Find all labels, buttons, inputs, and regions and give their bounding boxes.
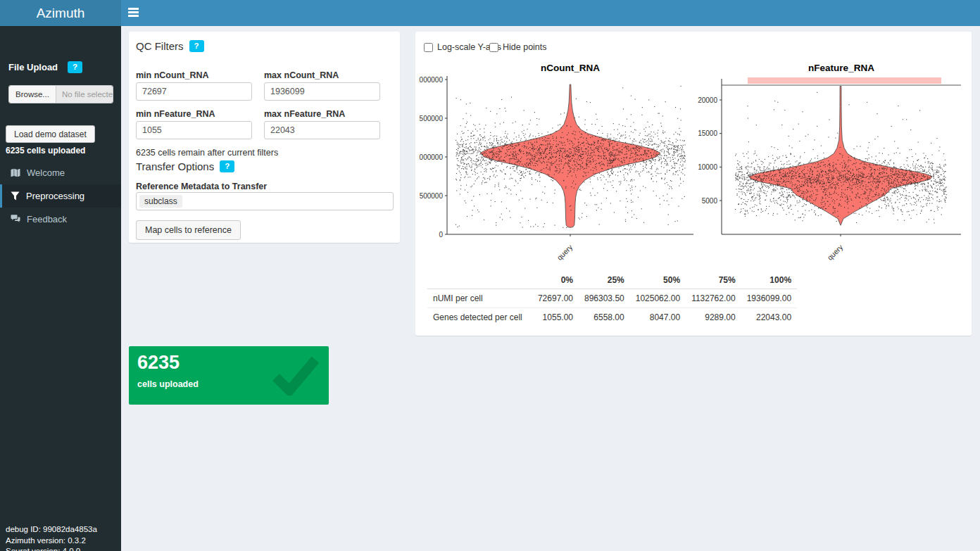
svg-text:query: query — [555, 242, 574, 262]
table-row-numi: nUMI per cell 72697.00 896303.50 1025062… — [427, 289, 797, 308]
file-upload-help-icon[interactable]: ? — [68, 61, 82, 73]
qc-filters-title: QC Filters — [136, 40, 184, 52]
min-nfeature-input[interactable] — [136, 121, 252, 139]
azimuth-version-text: Azimuth version: 0.3.2 — [6, 536, 97, 547]
sidebar-item-label: Feedback — [27, 214, 67, 224]
metadata-token[interactable]: subclass — [139, 195, 182, 208]
sidebar-item-label: Preprocessing — [26, 191, 84, 201]
hide-points-checkbox-row[interactable]: Hide points — [489, 42, 547, 52]
svg-text:15000: 15000 — [698, 129, 717, 137]
comments-icon — [11, 215, 20, 224]
quantile-table: 0% 25% 50% 75% 100% nUMI per cell 72697.… — [427, 272, 797, 327]
upload-status-text: 6235 cells uploaded — [6, 146, 85, 156]
debug-id-text: debug ID: 99082da4853a — [6, 524, 97, 536]
sidebar-item-label: Welcome — [27, 167, 65, 178]
browse-button[interactable]: Browse... — [9, 86, 56, 103]
sidebar-menu: Welcome Preprocessing Feedback — [0, 161, 121, 231]
top-header: Azimuth — [0, 0, 980, 26]
violin-plot-nfeature: 5000100001500020000nFeature_RNAquery — [697, 60, 975, 267]
sidebar-footer: debug ID: 99082da4853a Azimuth version: … — [6, 524, 97, 551]
transfer-options-help-icon[interactable]: ? — [220, 160, 234, 172]
qtable-header-75: 75% — [686, 272, 741, 289]
min-ncount-input[interactable] — [136, 82, 252, 101]
max-ncount-label: max nCount_RNA — [264, 70, 339, 80]
svg-text:500000: 500000 — [420, 192, 444, 200]
metadata-transfer-select[interactable]: subclass — [136, 192, 394, 210]
svg-text:nCount_RNA: nCount_RNA — [541, 63, 600, 73]
svg-text:query: query — [825, 242, 845, 262]
hide-points-label: Hide points — [503, 42, 547, 52]
max-nfeature-label: max nFeature_RNA — [264, 109, 345, 119]
table-row-genes: Genes detected per cell 1055.00 6558.00 … — [427, 308, 797, 327]
svg-text:nFeature_RNA: nFeature_RNA — [808, 63, 874, 73]
file-input[interactable]: Browse... No file selected — [8, 85, 113, 103]
cells-uploaded-valuebox: 6235 cells uploaded — [129, 346, 329, 405]
valuebox-label: cells uploaded — [137, 379, 199, 389]
svg-text:2000000: 2000000 — [419, 76, 443, 84]
qc-filters-panel: QC Filters ? min nCount_RNA max nCount_R… — [129, 32, 400, 243]
qtable-header-25: 25% — [579, 272, 630, 289]
load-demo-dataset-button[interactable]: Load demo dataset — [6, 125, 95, 143]
sidebar-item-feedback[interactable]: Feedback — [0, 208, 121, 231]
sidebar: File Upload ? Browse... No file selected… — [0, 26, 121, 551]
metadata-transfer-label: Reference Metadata to Transfer — [136, 182, 267, 191]
hide-points-checkbox[interactable] — [489, 43, 498, 52]
filter-icon — [11, 191, 20, 201]
min-nfeature-label: min nFeature_RNA — [136, 109, 215, 119]
seurat-version-text: Seurat version: 4.0.0 — [6, 546, 97, 551]
qtable-header-50: 50% — [630, 272, 686, 289]
app-logo[interactable]: Azimuth — [0, 0, 121, 26]
transfer-options-title: Transfer Options — [136, 160, 214, 172]
violin-plot-ncount: 0500000100000015000002000000nCount_RNAqu… — [419, 60, 697, 267]
plots-panel: Log-scale Y-axis Hide points 05000001000… — [415, 32, 972, 336]
file-placeholder-text: No file selected — [56, 86, 113, 103]
svg-text:5000: 5000 — [702, 197, 718, 205]
map-icon — [11, 168, 20, 177]
log-scale-checkbox[interactable] — [424, 43, 433, 52]
qtable-header-100: 100% — [741, 272, 797, 289]
valuebox-number: 6235 — [137, 352, 180, 374]
check-icon — [272, 356, 319, 395]
sidebar-item-preprocessing[interactable]: Preprocessing — [0, 184, 121, 208]
app-title: Azimuth — [37, 6, 85, 20]
max-ncount-input[interactable] — [264, 82, 380, 101]
qtable-header-0: 0% — [529, 272, 579, 289]
min-ncount-label: min nCount_RNA — [136, 70, 208, 80]
sidebar-item-welcome[interactable]: Welcome — [0, 161, 121, 184]
svg-text:1000000: 1000000 — [419, 153, 443, 161]
svg-text:10000: 10000 — [698, 163, 717, 171]
cells-remain-text: 6235 cells remain after current filters — [136, 148, 278, 158]
svg-text:20000: 20000 — [698, 96, 717, 104]
file-upload-label: File Upload — [8, 62, 58, 72]
qc-filters-help-icon[interactable]: ? — [189, 40, 204, 52]
svg-text:1500000: 1500000 — [419, 115, 443, 122]
max-nfeature-input[interactable] — [264, 121, 380, 139]
qtable-header-blank — [427, 272, 529, 289]
map-cells-button[interactable]: Map cells to reference — [136, 220, 241, 240]
hamburger-menu-icon[interactable] — [128, 8, 139, 18]
svg-text:0: 0 — [439, 231, 443, 239]
